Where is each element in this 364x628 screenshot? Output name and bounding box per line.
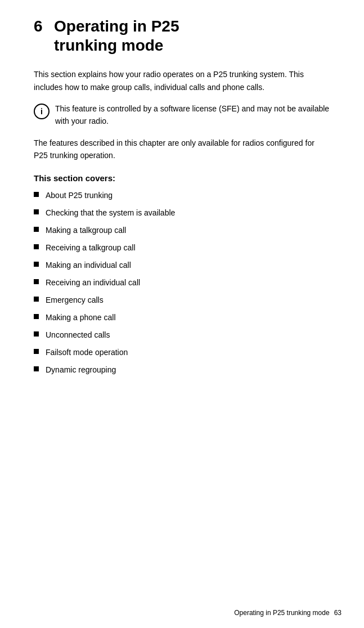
list-item-label: Receiving a talkgroup call xyxy=(46,242,136,254)
list-item: Emergency calls xyxy=(34,294,330,306)
list-item-label: Failsoft mode operation xyxy=(46,347,128,358)
list-item: Making a phone call xyxy=(34,312,330,324)
list-item-label: Dynamic regrouping xyxy=(46,364,116,376)
list-item: Checking that the system is available xyxy=(34,207,330,219)
list-item-label: Emergency calls xyxy=(46,294,104,306)
bullet-icon xyxy=(34,279,39,284)
list-item-label: Checking that the system is available xyxy=(46,207,175,219)
info-box: i This feature is controlled by a softwa… xyxy=(34,102,330,128)
list-item: Unconnected calls xyxy=(34,329,330,341)
bullet-icon xyxy=(34,331,39,337)
list-item: Receiving an individual call xyxy=(34,277,330,289)
info-note-text: This feature is controlled by a software… xyxy=(55,102,330,128)
list-item-label: Unconnected calls xyxy=(46,329,110,341)
bullet-icon xyxy=(34,244,39,249)
list-item: Making an individual call xyxy=(34,259,330,271)
info-icon-label: i xyxy=(41,107,43,116)
footer-text: Operating in P25 trunking mode xyxy=(234,609,329,617)
bullet-icon xyxy=(34,297,39,302)
list-item-label: Making a talkgroup call xyxy=(46,225,126,236)
footer-page-number: 63 xyxy=(334,609,341,617)
list-item-label: Receiving an individual call xyxy=(46,277,140,289)
bullet-icon xyxy=(34,209,39,214)
intro-paragraph1: This section explains how your radio ope… xyxy=(34,68,330,93)
bullet-icon xyxy=(34,366,39,371)
bullet-icon xyxy=(34,262,39,267)
page-content: 6 Operating in P25trunking mode This sec… xyxy=(0,0,364,415)
list-item-label: About P25 trunking xyxy=(46,190,113,201)
chapter-number: 6 xyxy=(34,17,45,36)
info-icon: i xyxy=(34,104,50,119)
bullet-icon xyxy=(34,314,39,319)
bullet-icon xyxy=(34,349,39,354)
list-item: Receiving a talkgroup call xyxy=(34,242,330,254)
chapter-header: 6 Operating in P25trunking mode xyxy=(34,17,330,55)
intro-paragraph2: The features described in this chapter a… xyxy=(34,137,330,162)
list-item: Dynamic regrouping xyxy=(34,364,330,376)
chapter-title: Operating in P25trunking mode xyxy=(54,17,179,55)
bullet-icon xyxy=(34,192,39,197)
list-item-label: Making a phone call xyxy=(46,312,116,324)
bullet-list: About P25 trunking Checking that the sys… xyxy=(34,190,330,376)
list-item: About P25 trunking xyxy=(34,190,330,201)
page-footer: Operating in P25 trunking mode 63 xyxy=(234,609,341,617)
list-item: Failsoft mode operation xyxy=(34,347,330,358)
list-item: Making a talkgroup call xyxy=(34,225,330,236)
list-item-label: Making an individual call xyxy=(46,259,131,271)
section-covers-title: This section covers: xyxy=(34,173,330,183)
bullet-icon xyxy=(34,227,39,232)
